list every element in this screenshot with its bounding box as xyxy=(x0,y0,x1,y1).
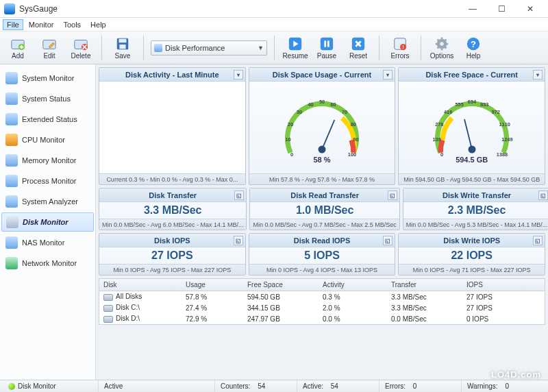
menu-tools[interactable]: Tools xyxy=(59,19,85,30)
svg-text:10: 10 xyxy=(285,136,290,143)
maximize-button[interactable]: ☐ xyxy=(488,2,515,16)
svg-rect-11 xyxy=(327,40,329,47)
panel-menu-button[interactable]: ◱ xyxy=(538,191,548,200)
delete-button[interactable]: Delete xyxy=(67,34,95,62)
status-icon xyxy=(5,93,18,105)
status-errors: 0 xyxy=(413,382,417,390)
panel-footer: Min 0.0 MB/Sec - Avg 5.3 MB/Sec - Max 14… xyxy=(403,219,548,230)
svg-text:70: 70 xyxy=(342,109,347,115)
svg-text:278: 278 xyxy=(435,121,443,127)
panel-write-iops: Disk Write IOPS◱ 22 IOPS Min 0 IOPS - Av… xyxy=(398,233,545,275)
process-icon xyxy=(5,175,18,187)
panel-footer: Min 0 IOPS - Avg 4 IOPS - Max 13 IOPS xyxy=(249,264,395,275)
th-usage[interactable]: Usage xyxy=(182,281,243,289)
sidebar-item-label: System Monitor xyxy=(22,74,74,82)
sidebar-item-cpu-monitor[interactable]: CPU Monitor xyxy=(1,130,94,149)
sidebar-item-network-monitor[interactable]: Network Monitor xyxy=(1,254,94,273)
th-free[interactable]: Free Space xyxy=(243,281,319,289)
panel-title: Disk Read Transfer xyxy=(290,191,359,199)
help-icon: ? xyxy=(466,36,481,51)
panel-disk-iops: Disk IOPS◱ 27 IOPS Min 0 IOPS - Avg 75 I… xyxy=(99,233,246,275)
disk-row-icon xyxy=(103,305,113,312)
sidebar-item-label: NAS Monitor xyxy=(22,238,64,247)
svg-point-17 xyxy=(440,42,444,46)
sidebar-item-memory-monitor[interactable]: Memory Monitor xyxy=(1,151,94,170)
analyzer-icon xyxy=(5,195,18,208)
table-row[interactable]: Disk D:\ 72.9 % 247.97 GB 0.0 % 0.0 MB/S… xyxy=(99,313,545,324)
svg-text:80: 80 xyxy=(351,121,356,127)
pencil-icon xyxy=(42,36,57,51)
menu-help[interactable]: Help xyxy=(86,19,110,30)
panel-menu-button[interactable]: ▾ xyxy=(533,70,543,79)
cpu-icon xyxy=(5,134,18,146)
panel-free-space: Disk Free Space - Current▾ 0 139 278 xyxy=(398,67,545,185)
pause-button[interactable]: Pause xyxy=(313,34,340,62)
reset-label: Reset xyxy=(349,52,367,60)
menu-monitor[interactable]: Monitor xyxy=(25,19,58,30)
panel-title: Disk Activity - Last Minute xyxy=(125,71,219,79)
sidebar-item-extended-status[interactable]: Extended Status xyxy=(1,110,94,129)
status-state: Active xyxy=(99,380,215,392)
memory-icon xyxy=(5,154,18,167)
svg-text:416: 416 xyxy=(444,109,452,115)
sidebar-item-nas-monitor[interactable]: NAS Monitor xyxy=(1,233,94,252)
th-transfer[interactable]: Transfer xyxy=(387,281,462,289)
sidebar-item-process-monitor[interactable]: Process Monitor xyxy=(1,171,94,191)
panel-menu-button[interactable]: ◱ xyxy=(234,191,244,200)
th-disk[interactable]: Disk xyxy=(99,281,182,289)
add-button[interactable]: Add xyxy=(4,34,32,62)
panel-footer: Min 0 IOPS - Avg 71 IOPS - Max 227 IOPS xyxy=(399,264,545,275)
errors-icon: ! xyxy=(393,36,408,51)
menu-file[interactable]: File xyxy=(3,19,23,30)
panel-menu-button[interactable]: ▾ xyxy=(234,70,243,79)
svg-text:555: 555 xyxy=(455,101,463,108)
panel-menu-button[interactable]: ◱ xyxy=(234,236,243,245)
minimize-button[interactable]: — xyxy=(459,2,486,16)
resume-button[interactable]: Resume xyxy=(282,34,309,62)
th-activity[interactable]: Activity xyxy=(319,281,387,289)
sidebar-item-system-monitor[interactable]: System Monitor xyxy=(1,69,94,88)
sidebar-item-label: Network Monitor xyxy=(22,259,77,267)
svg-point-20 xyxy=(319,146,326,154)
reset-button[interactable]: Reset xyxy=(345,34,372,62)
panel-title: Disk Read IOPS xyxy=(294,236,351,245)
panel-menu-button[interactable]: ◱ xyxy=(383,236,393,245)
edit-button[interactable]: Edit xyxy=(36,34,63,62)
delete-icon xyxy=(73,36,88,51)
toolbar: Add Edit Delete Save Disk Performance ▼ … xyxy=(0,32,548,64)
save-button[interactable]: Save xyxy=(109,34,136,62)
sidebar-item-label: Process Monitor xyxy=(22,177,76,185)
resume-label: Resume xyxy=(282,52,308,60)
svg-text:972: 972 xyxy=(491,109,499,115)
svg-point-33 xyxy=(468,146,475,154)
panel-menu-button[interactable]: ▾ xyxy=(383,70,393,79)
table-row[interactable]: Disk C:\ 27.4 % 344.15 GB 2.0 % 3.3 MB/S… xyxy=(99,302,545,313)
panel-title: Disk Write Transfer xyxy=(443,191,511,199)
svg-text:833: 833 xyxy=(480,101,488,108)
sidebar-item-system-analyzer[interactable]: System Analyzer xyxy=(1,192,94,211)
panel-disk-activity: Disk Activity - Last Minute▾ Current 0.3… xyxy=(99,67,246,185)
help-button[interactable]: ? Help xyxy=(460,34,487,62)
svg-text:!: ! xyxy=(402,44,403,50)
options-button[interactable]: Options xyxy=(428,34,456,62)
errors-button[interactable]: ! Errors xyxy=(386,34,414,62)
panel-read-iops: Disk Read IOPS◱ 5 IOPS Min 0 IOPS - Avg … xyxy=(249,233,396,275)
plus-icon xyxy=(10,36,25,51)
sidebar-item-disk-monitor[interactable]: Disk Monitor xyxy=(1,212,94,232)
save-icon xyxy=(115,36,130,51)
profile-dropdown[interactable]: Disk Performance ▼ xyxy=(151,40,267,56)
status-counters: 54 xyxy=(258,382,265,390)
panel-menu-button[interactable]: ◱ xyxy=(533,236,543,245)
th-iops[interactable]: IOPS xyxy=(462,281,545,289)
reset-icon xyxy=(351,36,366,51)
panel-menu-button[interactable]: ◱ xyxy=(388,191,397,200)
chevron-down-icon: ▼ xyxy=(258,45,264,51)
svg-text:40: 40 xyxy=(308,101,313,108)
profile-icon xyxy=(154,44,162,52)
titlebar: SysGauge — ☐ ✕ xyxy=(0,0,548,18)
table-row[interactable]: All Disks 57.8 % 594.50 GB 0.3 % 3.3 MB/… xyxy=(99,291,545,302)
pause-label: Pause xyxy=(317,52,336,60)
errors-label: Errors xyxy=(390,52,409,60)
sidebar-item-system-status[interactable]: System Status xyxy=(1,89,94,108)
close-button[interactable]: ✕ xyxy=(516,2,544,16)
